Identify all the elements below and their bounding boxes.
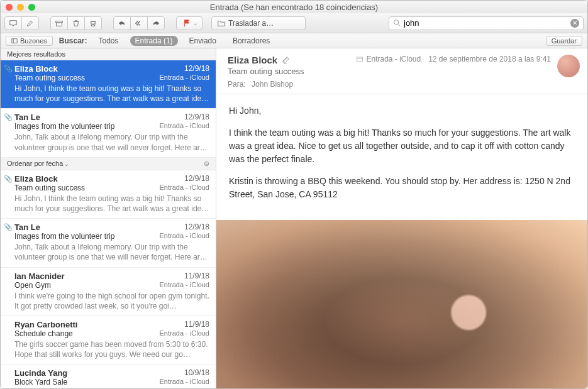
message-row[interactable]: 📎Eliza Block12/9/18Team outing successEn…	[1, 60, 216, 109]
trash-icon	[72, 19, 80, 28]
message-preview: The girls soccer game has been moved fro…	[14, 339, 209, 359]
message-row[interactable]: 📎Tan Le12/9/18Images from the volunteer …	[1, 219, 216, 267]
message-preview: John, Talk about a lifelong memory. Our …	[14, 242, 209, 262]
svg-line-3	[398, 24, 400, 26]
message-preview: Hi John, I think the team outing was a b…	[14, 84, 209, 104]
message-sender: Eliza Block	[14, 174, 58, 184]
attachment-icon: 📎	[4, 175, 13, 183]
flag-button[interactable]: ⌵	[176, 16, 202, 30]
move-to-label: Trasladar a…	[228, 19, 274, 28]
get-mail-button[interactable]	[4, 16, 22, 30]
mailboxes-label: Buzones	[20, 37, 47, 45]
save-search-button[interactable]: Guardar	[546, 36, 582, 46]
message-date: 12/9/18	[184, 112, 209, 122]
junk-button[interactable]	[84, 16, 102, 30]
svg-rect-1	[57, 23, 62, 26]
message-mailbox: Entrada - iCloud	[160, 281, 210, 290]
move-to-button[interactable]: Trasladar a…	[211, 16, 306, 30]
reply-all-button[interactable]	[130, 16, 148, 30]
sender-avatar	[557, 55, 580, 77]
reader-body: Hi John,I think the team outing was a bi…	[216, 94, 587, 220]
archive-button[interactable]	[50, 16, 68, 30]
message-preview: I think we're going to the high school f…	[14, 291, 209, 311]
message-subject: Schedule change	[14, 329, 73, 338]
message-row[interactable]: Ian Macnider11/9/18Open GymEntrada - iCl…	[1, 268, 216, 316]
group-options-icon[interactable]: ⊜	[204, 160, 209, 168]
group-header: Mejores resultados	[1, 48, 216, 60]
message-row[interactable]: 📎Tan Le12/9/18Images from the volunteer …	[1, 109, 216, 157]
message-preview: We're in the early stages of planning a …	[14, 388, 209, 388]
message-mailbox: Entrada - iCloud	[160, 232, 210, 241]
message-sender: Ryan Carbonetti	[14, 320, 77, 329]
junk-icon	[89, 19, 97, 28]
titlebar: Entrada (Se han encontrado 18 coincidenc…	[1, 1, 587, 13]
message-sender: Tan Le	[14, 112, 40, 122]
search-scope-label: Buscar:	[59, 36, 87, 45]
chevron-down-icon: ⌵	[65, 161, 68, 167]
message-date: 11/9/18	[184, 271, 209, 281]
reader-to: John Bishop	[252, 80, 293, 89]
attachment-icon: 📎	[4, 113, 13, 121]
message-sender: Lucinda Yang	[14, 368, 67, 378]
reader-to-label: Para:	[228, 80, 246, 89]
clear-search-button[interactable]: ✕	[570, 19, 579, 28]
message-list: Mejores resultados📎Eliza Block12/9/18Tea…	[1, 48, 216, 388]
forward-icon	[152, 19, 160, 28]
message-date: 12/9/18	[184, 222, 209, 232]
attachment-icon: 📎	[4, 223, 13, 231]
message-subject: Team outing success	[14, 184, 85, 192]
scope-drafts[interactable]: Borradores	[228, 36, 275, 46]
message-mailbox: Entrada - iCloud	[160, 74, 210, 82]
message-subject: Images from the volunteer trip	[14, 122, 114, 131]
group-header-label: Ordenar por fecha ⌵	[7, 160, 68, 167]
scope-all[interactable]: Todos	[94, 36, 124, 46]
message-row[interactable]: 📎Eliza Block12/9/18Team outing successEn…	[1, 170, 216, 219]
message-row[interactable]: Ryan Carbonetti11/9/18Schedule changeEnt…	[1, 316, 216, 364]
reader-subject: Team outing success	[228, 67, 577, 76]
toolbar: ⌵ Trasladar a… ✕	[1, 13, 587, 33]
chevron-down-icon: ⌵	[194, 20, 197, 26]
group-header-label: Mejores resultados	[7, 50, 65, 58]
reader-mailbox: Entrada - iCloud	[366, 55, 421, 63]
message-date: 12/9/18	[184, 174, 209, 184]
message-date: 11/9/18	[184, 320, 209, 329]
scope-inbox[interactable]: Entrada (1)	[130, 36, 178, 46]
svg-rect-6	[357, 57, 363, 62]
message-mailbox: Entrada - iCloud	[160, 378, 210, 386]
reader-paragraph: Kristin is throwing a BBQ this weekend. …	[229, 175, 575, 201]
forward-button[interactable]	[147, 16, 165, 30]
compose-button[interactable]	[21, 16, 39, 30]
attachment-icon	[281, 56, 289, 64]
message-subject: Open Gym	[14, 281, 51, 290]
sort-header[interactable]: Ordenar por fecha ⌵⊜	[1, 158, 216, 170]
search-icon	[393, 19, 401, 27]
message-preview: Hi John, I think the team outing was a b…	[14, 194, 209, 214]
window-title: Entrada (Se han encontrado 18 coincidenc…	[1, 3, 587, 12]
scope-sent[interactable]: Enviado	[184, 36, 221, 46]
inbox-icon	[9, 19, 18, 28]
compose-icon	[26, 19, 35, 28]
search-field[interactable]: ✕	[389, 16, 584, 30]
scope-bar: Buzones Buscar: Todos Entrada (1) Enviad…	[1, 33, 587, 48]
reply-all-icon	[135, 19, 143, 28]
message-mailbox: Entrada - iCloud	[160, 329, 210, 338]
message-subject: Images from the volunteer trip	[14, 232, 114, 241]
close-icon: ✕	[572, 20, 577, 26]
reader-paragraph: I think the team outing was a big hit! T…	[229, 126, 575, 166]
reply-button[interactable]	[113, 16, 131, 30]
svg-rect-4	[12, 38, 17, 43]
message-subject: Block Yard Sale	[14, 378, 67, 386]
reader-header: Eliza Block Team outing success Para: Jo…	[216, 48, 587, 94]
message-sender: Ian Macnider	[14, 271, 64, 281]
mailboxes-button[interactable]: Buzones	[6, 36, 53, 46]
message-row[interactable]: Lucinda Yang10/9/18Block Yard SaleEntrad…	[1, 364, 216, 388]
search-input[interactable]	[404, 18, 568, 28]
message-reader: Eliza Block Team outing success Para: Jo…	[216, 48, 587, 388]
sidebar-icon	[11, 38, 18, 44]
message-date: 10/9/18	[184, 368, 209, 378]
delete-button[interactable]	[67, 16, 85, 30]
reply-icon	[118, 19, 126, 28]
message-sender: Eliza Block	[14, 64, 58, 74]
message-mailbox: Entrada - iCloud	[160, 184, 210, 192]
folder-icon	[217, 19, 226, 28]
